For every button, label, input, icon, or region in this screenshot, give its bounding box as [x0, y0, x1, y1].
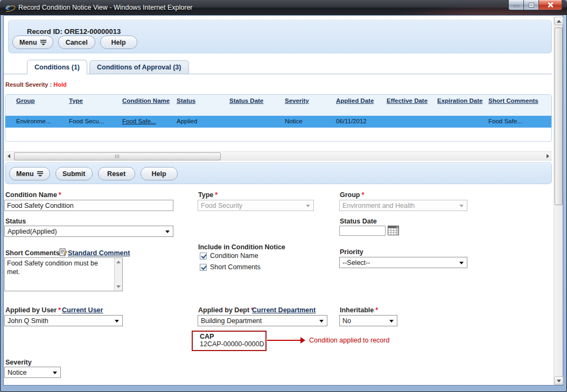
standard-comment-icon[interactable] [59, 248, 67, 257]
required-marker: * [215, 191, 218, 199]
vertical-scrollbar[interactable] [554, 17, 563, 385]
cell-effective-date [387, 116, 437, 128]
help-button-label: Help [111, 39, 126, 46]
cell-status: Applied [177, 116, 229, 128]
include-in-condition-notice-label: Include in Condition Notice [198, 243, 285, 251]
standard-comment-link[interactable]: Standard Comment [68, 249, 130, 257]
column-header-condition-name[interactable]: Condition Name [122, 95, 177, 116]
table-header-row: Group Type Condition Name Status Status … [5, 95, 551, 116]
minimize-button[interactable] [508, 0, 524, 10]
scrollbar-grip-icon [115, 155, 120, 158]
calendar-icon[interactable] [388, 226, 400, 236]
column-header-applied-date[interactable]: Applied Date [336, 95, 387, 116]
column-header-effective-date[interactable]: Effective Date [387, 95, 437, 116]
column-header-status-date[interactable]: Status Date [229, 95, 285, 116]
cell-condition-name-link[interactable]: Food Safe... [122, 116, 177, 128]
menu-button[interactable]: Menu [12, 36, 53, 49]
table-row[interactable]: Environme... Food Secu... Food Safe... A… [5, 116, 551, 128]
scroll-left-icon[interactable] [8, 154, 10, 158]
annotation-arrow-line [267, 340, 300, 341]
reset-button[interactable]: Reset [98, 167, 135, 180]
cell-group: Environme... [16, 116, 69, 128]
record-id: Record ID: ORE12-00000013 [27, 27, 121, 36]
dropdown-arrow-icon [459, 205, 464, 207]
column-header-group[interactable]: Group [16, 95, 69, 116]
window-controls [508, 0, 562, 10]
submit-button[interactable]: Submit [55, 167, 93, 180]
menu-button-label: Menu [19, 39, 37, 46]
applied-by-dept-select[interactable]: Building Department [198, 315, 327, 326]
dropdown-arrow-icon [165, 230, 170, 233]
result-severity-label: Result Severity : [5, 81, 52, 88]
maximize-button[interactable] [524, 0, 539, 10]
inheritable-select[interactable]: No [339, 315, 397, 326]
applied-by-user-select[interactable]: John Q Smith [4, 315, 123, 326]
cap-annotation-box: CAP 12CAP-00000-0000D [192, 331, 267, 351]
dropdown-arrow-icon [115, 320, 119, 323]
column-header-severity[interactable]: Severity [285, 95, 336, 116]
severity-select[interactable]: Notice [4, 367, 61, 378]
vertical-scrollbar-thumb[interactable] [555, 27, 563, 205]
status-select[interactable]: Applied(Applied) [4, 226, 173, 237]
column-header-status[interactable]: Status [177, 95, 229, 116]
current-department-link[interactable]: Current Department [252, 306, 316, 314]
group-label: Group* [340, 191, 364, 199]
column-header-type[interactable]: Type [69, 95, 122, 116]
checkbox-checked-icon[interactable] [200, 253, 207, 260]
column-header-expiration-date[interactable]: Expiration Date [437, 95, 488, 116]
short-comments-label: Short Comments [5, 249, 60, 257]
header-button-row: Menu Cancel Help [12, 36, 137, 49]
dropdown-arrow-icon [53, 372, 57, 374]
internet-explorer-icon: e [5, 3, 15, 12]
tab-conditions[interactable]: Conditions (1) [27, 60, 87, 74]
priority-label: Priority [340, 248, 363, 256]
scroll-down-icon [557, 380, 561, 382]
page-content: Record ID: ORE12-00000013 Menu Cancel He… [3, 15, 563, 386]
textarea-scrollbar[interactable] [114, 258, 122, 291]
column-header-short-comments[interactable]: Short Comments [488, 95, 551, 116]
tab-bar: Conditions (1) Conditions of Approval (3… [4, 59, 552, 74]
horizontal-scrollbar[interactable] [5, 151, 552, 160]
form-menu-button[interactable]: Menu [9, 167, 50, 180]
scroll-up-button[interactable] [554, 17, 563, 25]
group-select: Environment and Health [339, 200, 467, 211]
annotation-arrow-icon [300, 337, 305, 344]
short-comments-textarea[interactable]: Food Safety condition must be met. [4, 257, 123, 291]
required-marker: * [362, 191, 365, 199]
close-button[interactable] [539, 0, 562, 10]
maximize-icon [529, 3, 534, 8]
form-toolbar-panel: Menu Submit Reset Help [5, 162, 552, 184]
scroll-down-icon[interactable] [116, 285, 121, 288]
scroll-up-icon[interactable] [116, 261, 121, 263]
current-user-link[interactable]: Current User [62, 306, 103, 314]
status-date-input[interactable] [339, 226, 386, 236]
reset-button-label: Reset [107, 170, 125, 178]
horizontal-scrollbar-thumb[interactable] [14, 152, 221, 160]
condition-name-input[interactable] [4, 200, 173, 211]
close-icon [547, 2, 554, 8]
title-bar[interactable]: e Record Condition Notice View - Windows… [0, 0, 567, 15]
help-button[interactable]: Help [100, 36, 137, 49]
menu-dropdown-icon [40, 40, 46, 45]
checkbox-short-comments[interactable]: Short Comments [200, 263, 261, 271]
cap-id: 12CAP-00000-0000D [200, 340, 265, 348]
type-select: Food Security [198, 200, 314, 211]
status-date-label: Status Date [340, 218, 377, 225]
cancel-button-label: Cancel [66, 39, 88, 46]
scroll-down-button[interactable] [554, 376, 563, 385]
conditions-table: Group Type Condition Name Status Status … [5, 94, 552, 142]
inheritable-label: Inheritable* [340, 306, 378, 314]
form-help-button[interactable]: Help [141, 167, 178, 180]
cell-severity: Notice [285, 116, 336, 128]
cancel-button[interactable]: Cancel [58, 36, 95, 49]
tab-conditions-of-approval[interactable]: Conditions of Approval (3) [89, 60, 188, 74]
applied-by-user-label: Applied by User* [5, 306, 61, 314]
form-help-button-label: Help [152, 170, 166, 178]
submit-button-label: Submit [62, 170, 85, 178]
severity-label: Severity [5, 359, 32, 366]
checkbox-condition-name[interactable]: Condition Name [200, 252, 258, 260]
scroll-right-icon[interactable] [547, 154, 549, 158]
priority-select[interactable]: --Select-- [339, 257, 467, 268]
checkbox-checked-icon[interactable] [200, 264, 207, 271]
scroll-up-icon [557, 20, 561, 23]
